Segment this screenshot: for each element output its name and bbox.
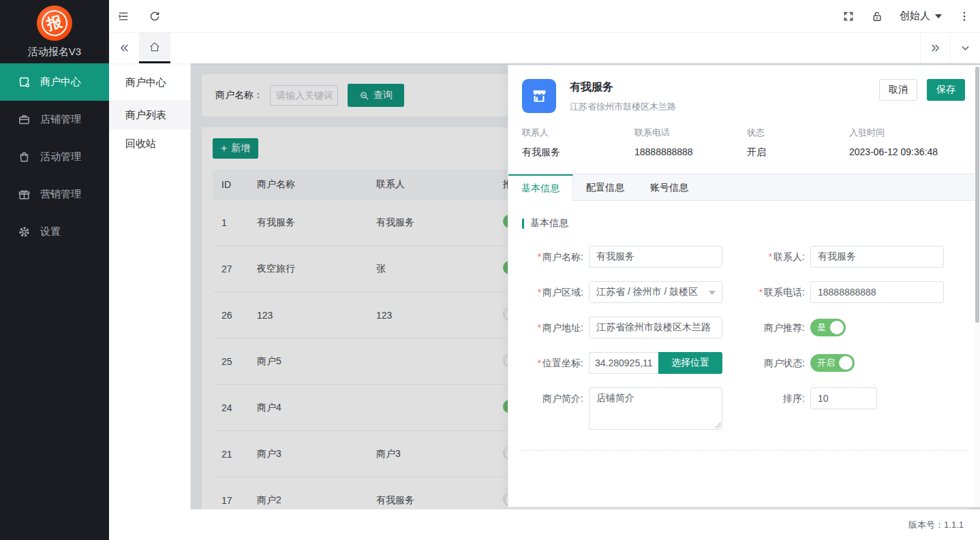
topbar-right: 创始人: [842, 10, 970, 22]
merchant-form: *商户名称: *联系人: *商户区域: 江苏省 / 徐州市 / 鼓楼区: [522, 246, 966, 432]
sidebar-item-activity-manage[interactable]: 活动管理: [0, 138, 109, 176]
secondary-menu: 商户中心 商户列表 回收站: [109, 63, 191, 509]
version-label: 版本号：1.1.1: [908, 519, 964, 531]
info-item: 联系人 有我服务: [522, 127, 634, 159]
status-switch[interactable]: 开启: [810, 354, 855, 372]
main-sidebar: 报 活动报名V3 商户中心 店铺管理 活动管理 营销管理 设置: [0, 0, 109, 540]
kebab-menu-icon[interactable]: [958, 10, 970, 22]
drawer-scrollbar[interactable]: [975, 65, 980, 507]
user-name: 创始人: [900, 10, 930, 22]
tabs-scroll-right-icon[interactable]: [920, 33, 950, 63]
select-caret-icon: [709, 291, 716, 295]
recommend-label: 商户推荐:: [722, 317, 810, 338]
drawer-actions: 取消 保存: [879, 79, 965, 101]
top-header: 创始人: [109, 0, 980, 33]
submenu-item-merchant-list[interactable]: 商户列表: [109, 101, 190, 129]
sidebar-item-label: 设置: [40, 225, 61, 238]
info-label: 入驻时间: [849, 127, 966, 139]
sort-input[interactable]: [810, 387, 877, 409]
contact-input[interactable]: [810, 246, 944, 268]
submenu-header: 商户中心: [109, 63, 190, 101]
intro-textarea[interactable]: 店铺简介: [589, 387, 722, 430]
contact-label: *联系人:: [722, 246, 810, 268]
intro-label: 商户简介:: [522, 387, 589, 409]
sidebar-item-merchant-center[interactable]: 商户中心: [0, 63, 109, 101]
sidebar-item-shop-manage[interactable]: 店铺管理: [0, 101, 109, 138]
refresh-icon[interactable]: [149, 10, 161, 22]
region-select-value: 江苏省 / 徐州市 / 鼓楼区: [596, 286, 698, 298]
sidebar-item-marketing-manage[interactable]: 营销管理: [0, 176, 109, 213]
recommend-switch[interactable]: 是: [810, 319, 846, 336]
store-icon: [18, 76, 31, 89]
merchant-name-input[interactable]: [589, 246, 722, 268]
form-row-coords: *位置坐标: 选择位置: [522, 352, 722, 374]
tab-home[interactable]: [139, 33, 170, 63]
address-input[interactable]: [589, 317, 722, 338]
sidebar-item-settings[interactable]: 设置: [0, 213, 109, 251]
menu-fold-icon[interactable]: [117, 10, 129, 22]
page-footer: 版本号：1.1.1: [109, 509, 980, 540]
drawer-scrollbar-thumb[interactable]: [975, 67, 979, 323]
form-row-merchant-name: *商户名称:: [522, 246, 722, 268]
tabbar-spacer: [170, 33, 920, 63]
coords-input[interactable]: [589, 352, 658, 374]
section-title-text: 基本信息: [530, 217, 568, 229]
required-mark: *: [538, 322, 541, 333]
app-logo: 报: [37, 5, 72, 41]
info-value: 有我服务: [522, 146, 634, 159]
form-row-status: 商户状态: 开启: [722, 352, 966, 374]
tabs-dropdown-icon[interactable]: [950, 33, 980, 63]
gear-icon: [18, 225, 31, 238]
choose-location-button[interactable]: 选择位置: [658, 352, 722, 374]
recommend-switch-text: 是: [817, 321, 826, 334]
region-select[interactable]: 江苏省 / 徐州市 / 鼓楼区: [589, 281, 722, 303]
user-menu[interactable]: 创始人: [900, 10, 942, 22]
app-root: 报 活动报名V3 商户中心 店铺管理 活动管理 营销管理 设置: [0, 0, 980, 540]
merchant-address: 江苏省徐州市鼓楼区木兰路: [570, 101, 879, 113]
coords-group: 选择位置: [589, 352, 722, 374]
sort-label: 排序:: [722, 387, 810, 409]
info-label: 联系电话: [634, 127, 747, 139]
page-tabbar: [109, 33, 980, 63]
form-row-sort: 排序:: [722, 387, 966, 432]
section-accent-bar: [522, 219, 524, 229]
tab-basic-info[interactable]: 基本信息: [508, 174, 573, 201]
info-item: 联系电话 18888888888: [634, 127, 747, 159]
required-mark: *: [759, 287, 763, 298]
required-mark: *: [538, 251, 541, 262]
gift-icon: [18, 188, 31, 201]
phone-label: *联系电话:: [722, 281, 810, 303]
lock-icon[interactable]: [871, 10, 883, 22]
content-region: 商户中心 商户列表 回收站 商户名称： 查询 + 新增: [109, 63, 980, 509]
required-mark: *: [538, 358, 541, 368]
bag-icon: [18, 150, 31, 163]
cancel-button[interactable]: 取消: [879, 79, 917, 101]
form-divider: [522, 450, 966, 451]
tab-account-info[interactable]: 账号信息: [637, 174, 701, 200]
logo-block: 报 活动报名V3: [0, 0, 109, 63]
info-value: 2023-06-12 09:36:48: [849, 146, 966, 157]
tabs-scroll-left-icon[interactable]: [109, 33, 139, 63]
home-icon: [149, 41, 161, 53]
resize-handle-icon[interactable]: [715, 422, 721, 428]
fullscreen-icon[interactable]: [842, 10, 855, 22]
address-label: *商户地址:: [522, 317, 589, 338]
sidebar-item-label: 店铺管理: [40, 113, 81, 126]
sidebar-item-label: 营销管理: [40, 188, 81, 201]
merchant-detail-drawer: 有我服务 江苏省徐州市鼓楼区木兰路 取消 保存 联系人 有我服务: [508, 65, 980, 507]
info-value: 开启: [747, 146, 849, 159]
drawer-body: 基本信息 *商户名称: *联系人:: [508, 201, 980, 507]
save-button[interactable]: 保存: [927, 79, 965, 101]
chevron-down-icon: [935, 14, 942, 18]
right-region: 创始人: [109, 0, 980, 540]
merchant-avatar: [522, 79, 556, 113]
intro-textarea-wrap: 店铺简介: [589, 387, 722, 432]
tab-config-info[interactable]: 配置信息: [573, 174, 637, 200]
phone-input[interactable]: [810, 281, 944, 303]
info-label: 联系人: [522, 127, 634, 139]
merchant-name-label: *商户名称:: [522, 246, 589, 268]
submenu-item-recycle-bin[interactable]: 回收站: [109, 129, 190, 158]
status-label: 商户状态:: [722, 352, 810, 374]
merchant-title: 有我服务: [570, 80, 879, 95]
drawer-tabs: 基本信息 配置信息 账号信息: [508, 174, 980, 201]
